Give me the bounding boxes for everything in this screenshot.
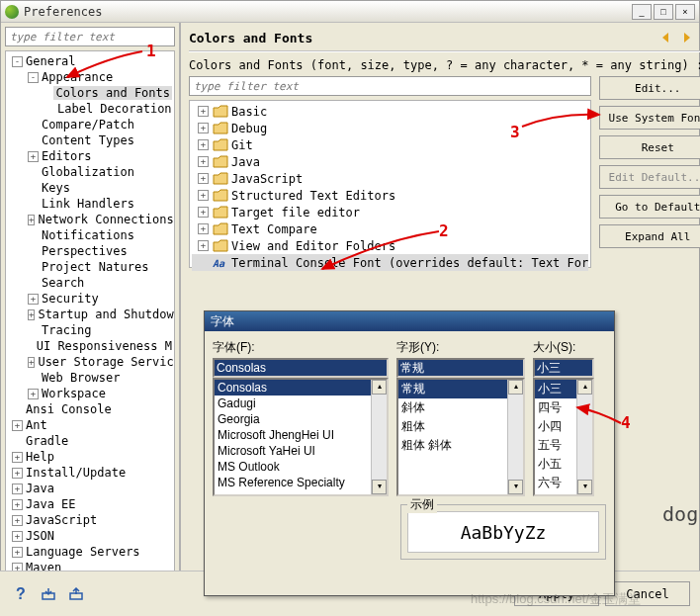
annotation-1: 1 [146,42,156,60]
cf-tree-item[interactable]: +Target file editor [192,204,588,220]
tree-item[interactable]: +Help [8,449,172,465]
tree-item[interactable]: +Workspace [8,386,172,401]
help-icon[interactable]: ? [10,583,32,605]
tree-item[interactable]: +User Storage Servic [8,354,172,370]
tree-item[interactable]: Content Types [8,132,172,148]
cf-tree-item-selected[interactable]: AaTerminal Console Font (overrides defau… [192,254,588,271]
preview-text: dog. [662,502,700,526]
tree-item[interactable]: Compare/Patch [8,117,172,132]
list-item[interactable]: Gadugi [215,396,387,411]
list-item[interactable]: 斜体 [398,398,523,417]
tree-item[interactable]: +Ant [8,417,172,433]
reset-button[interactable]: Reset [599,135,700,159]
style-input[interactable] [396,358,525,378]
watermark: https://blog.csdn.net/金玉满堂 [471,590,641,608]
tree-item[interactable]: Perspectives [8,243,172,259]
svg-text:Aa: Aa [213,258,225,269]
edit-default-button: Edit Default... [599,165,700,189]
tree-item[interactable]: +Install/Update [8,465,172,481]
sample-group-label: 示例 [407,496,437,513]
edit-button[interactable]: Edit... [599,76,700,100]
size-listbox[interactable]: 小三四号小四五号小五六号小六▴▾ [533,378,594,496]
colors-fonts-tree[interactable]: +Basic+Debug+Git+Java+JavaScript+Structu… [189,100,591,268]
cf-tree-item[interactable]: +Structured Text Editors [192,187,588,204]
font-label: 字体(F): [213,339,389,356]
tree-item[interactable]: +Editors [8,148,172,164]
forward-button[interactable] [678,29,696,46]
tree-item[interactable]: +JSON [8,528,172,544]
sample-text: AaBbYyZz [407,511,599,553]
size-label: 大小(S): [533,339,594,356]
page-description: Colors and Fonts (font, size, type, ? = … [189,58,700,72]
font-input[interactable] [213,358,389,378]
tree-item[interactable]: +JavaScript [8,512,172,528]
cf-filter-input[interactable] [189,76,591,96]
list-item[interactable]: Georgia [215,411,387,427]
tree-item[interactable]: Project Natures [8,259,172,275]
tree-item[interactable]: Tracing [8,322,172,338]
tree-item[interactable]: Colors and Fonts [8,85,172,101]
tree-item[interactable]: +Network Connections [8,212,172,227]
font-dialog-title: 字体 [205,311,614,331]
titlebar: Preferences _ □ × [1,1,699,23]
tree-item[interactable]: Gradle [8,433,172,449]
maximize-button[interactable]: □ [654,4,673,20]
export-icon[interactable] [65,583,87,605]
tree-item[interactable]: +Java [8,481,172,496]
cf-tree-item[interactable]: +View and Editor Folders [192,237,588,254]
style-listbox[interactable]: 常规斜体粗体粗体 斜体▴▾ [396,378,525,496]
cf-tree-item[interactable]: +JavaScript [192,170,588,187]
list-item[interactable]: Microsoft YaHei UI [215,443,387,459]
tree-item[interactable]: Keys [8,180,172,196]
go-to-default-button[interactable]: Go to Default [599,195,700,219]
list-item[interactable]: 常规 [398,380,523,398]
close-button[interactable]: × [675,4,695,20]
style-label: 字形(Y): [396,339,525,356]
tree-item[interactable]: Notifications [8,227,172,243]
tree-item[interactable]: Web Browser [8,370,172,386]
cf-tree-item[interactable]: +Text Compare [192,220,588,237]
expand-all-button[interactable]: Expand All [599,224,700,248]
preferences-tree[interactable]: -General-AppearanceColors and FontsLabel… [5,50,175,611]
app-icon [5,5,19,19]
tree-item[interactable]: Search [8,275,172,291]
cf-tree-item[interactable]: +Git [192,136,588,153]
annotation-3: 3 [510,123,520,141]
cf-tree-item[interactable]: +Basic [192,103,588,120]
tree-item[interactable]: +Security [8,291,172,307]
tree-item[interactable]: Link Handlers [8,196,172,212]
list-item[interactable]: Consolas [215,380,387,396]
tree-item[interactable]: +Startup and Shutdow [8,307,172,322]
tree-item[interactable]: +Java EE [8,496,172,512]
list-item[interactable]: 粗体 [398,417,523,436]
tree-item[interactable]: Ansi Console [8,401,172,417]
page-title: Colors and Fonts [189,31,312,45]
use-system-font-button[interactable]: Use System Font [599,106,700,130]
list-item[interactable]: MS Outlook [215,459,387,475]
cf-tree-item[interactable]: +Java [192,153,588,170]
import-icon[interactable] [38,583,59,605]
preferences-tree-panel: -General-AppearanceColors and FontsLabel… [1,23,181,615]
font-listbox[interactable]: ConsolasGadugiGeorgiaMicrosoft JhengHei … [213,378,389,496]
tree-item[interactable]: UI Responsiveness M [8,338,172,354]
tree-item[interactable]: Globalization [8,164,172,180]
list-item[interactable]: MS Reference Specialty [215,475,387,490]
list-item[interactable]: Microsoft JhengHei UI [215,427,387,443]
annotation-4: 4 [621,413,631,432]
list-item[interactable]: 粗体 斜体 [398,436,523,455]
tree-item[interactable]: +Language Servers [8,544,172,560]
annotation-2: 2 [439,221,449,240]
tree-item[interactable]: Label Decoration [8,101,172,117]
tree-item[interactable]: -Appearance [8,69,172,85]
minimize-button[interactable]: _ [632,4,652,20]
font-dialog: 字体 字体(F): ConsolasGadugiGeorgiaMicrosoft… [204,310,615,596]
size-input[interactable] [533,358,594,378]
cf-tree-item[interactable]: +Debug [192,120,588,136]
window-title: Preferences [24,5,102,19]
back-button[interactable] [658,29,676,46]
